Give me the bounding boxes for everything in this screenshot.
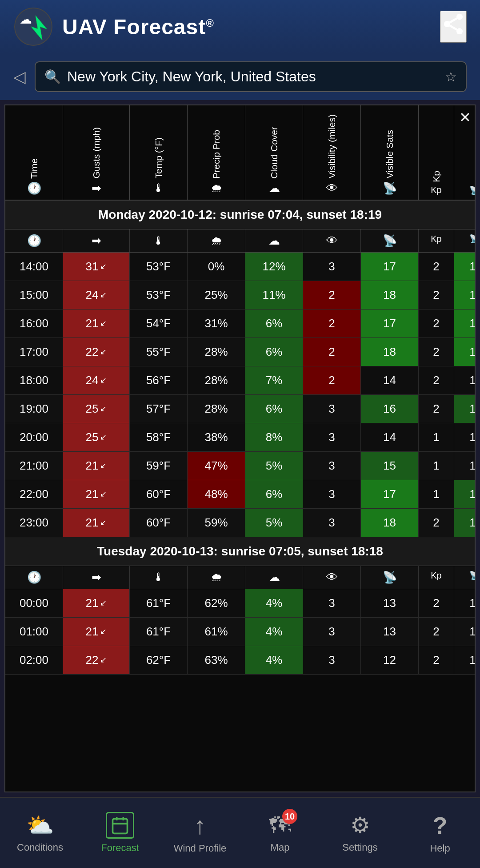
est-icon: 📡*Kp [469,185,476,195]
col-sats: Visible Sats 📡 [361,105,419,200]
svg-point-5 [456,28,463,34]
help-icon: ? [433,812,448,839]
svg-rect-8 [113,819,128,833]
table-row: 14:00 31 ↙ 53°F 0% 12% 3 17 2 16.6 no [5,253,475,281]
column-headers: Time 🕐 Gusts (mph) ➡ Temp (°F) 🌡 Precip … [5,105,475,201]
table-row: 22:00 21 ↙ 60°F 48% 6% 3 17 1 14.4 no [5,480,475,509]
col-time: Time 🕐 [5,105,63,200]
sub-headers-monday: 🕐 ➡ 🌡 🌧 ☁ 👁 📡 Kp 📡*Kp ✓ [5,229,475,253]
settings-icon: ⚙ [350,812,370,838]
search-container: 🔍 ☆ [35,61,467,92]
nav-settings[interactable]: ⚙ Settings [320,798,400,868]
day-header-monday: Monday 2020-10-12: sunrise 07:04, sunset… [5,201,475,229]
day-header-tuesday: Tuesday 2020-10-13: sunrise 07:05, sunse… [5,537,475,566]
svg-line-6 [450,26,457,30]
table-row: 20:00 25 ↙ 58°F 38% 8% 3 14 1 13.3 no [5,423,475,452]
search-bar: ◁ 🔍 ☆ [0,53,480,100]
forecast-icon [106,812,134,839]
cloud-icon: ☁ [268,181,280,195]
nav-map[interactable]: 🗺 10 Map [240,798,320,868]
settings-label: Settings [342,842,378,853]
gusts-icon: ➡ [92,181,101,195]
svg-point-3 [456,14,463,20]
header-left: ☁ UAV Forecast® [13,7,214,47]
col-kp: Kp Kp [419,105,454,200]
col-temp: Temp (°F) 🌡 [130,105,188,200]
wind-label: Wind Profile [174,843,227,854]
table-row: 23:00 21 ↙ 60°F 59% 5% 3 18 2 15.1 no [5,509,475,537]
favorite-icon[interactable]: ☆ [445,69,457,84]
app-logo: ☁ [13,7,53,47]
map-badge-container: 🗺 10 [269,812,291,838]
table-row: 19:00 25 ↙ 57°F 28% 6% 3 16 2 16.0 no [5,395,475,423]
svg-point-4 [444,21,450,27]
nav-wind-profile[interactable]: ↑ Wind Profile [160,798,240,868]
table-row: 18:00 24 ↙ 56°F 28% 7% 2 14 2 14.0 no [5,366,475,395]
table-row: 02:00 22 ↙ 62°F 63% 4% 3 12 2 10.5 no [5,646,475,675]
table-row: 21:00 21 ↙ 59°F 47% 5% 3 15 1 13.2 no [5,452,475,480]
time-icon: 🕐 [27,181,41,195]
nav-forecast[interactable]: Forecast [80,798,160,868]
kp-sub: Kp [419,229,454,252]
wind-icon: ↑ [194,812,206,839]
location-button[interactable]: ◁ [13,68,26,86]
app-header: ☁ UAV Forecast® [0,0,480,53]
kp-icon: Kp [431,185,441,195]
vis-icon: 👁 [326,181,338,195]
sats-icon: 📡 [383,181,397,195]
col-gusts: Gusts (mph) ➡ [63,105,130,200]
map-badge: 10 [282,809,297,824]
conditions-icon: ⛅ [26,812,54,838]
table-row: 00:00 21 ↙ 61°F 62% 4% 3 13 2 12.0 no [5,589,475,618]
share-button[interactable] [440,11,467,43]
map-label: Map [271,842,290,853]
temp-icon: 🌡 [153,181,164,195]
search-input[interactable] [67,68,439,85]
table-row: 15:00 24 ↙ 53°F 25% 11% 2 18 2 17.7 no [5,281,475,309]
forecast-label: Forecast [101,842,139,854]
forecast-table: Time 🕐 Gusts (mph) ➡ Temp (°F) 🌡 Precip … [4,104,476,792]
svg-text:☁: ☁ [20,12,32,26]
nav-conditions[interactable]: ⛅ Conditions [0,798,80,868]
bottom-navigation: ⛅ Conditions Forecast ↑ Wind Profile 🗺 1… [0,797,480,868]
table-row: 16:00 21 ↙ 54°F 31% 6% 2 17 2 16.9 no [5,309,475,338]
conditions-label: Conditions [17,842,63,853]
nav-help[interactable]: ? Help [400,798,480,868]
help-label: Help [430,843,450,854]
sub-headers-tuesday: 🕐 ➡ 🌡 🌧 ☁ 👁 📡 Kp 📡*Kp ✓ [5,566,475,589]
app-title: UAV Forecast® [62,15,214,39]
close-button[interactable]: ✕ [459,109,471,126]
svg-line-7 [450,18,457,22]
col-cloud: Cloud Cover ☁ [245,105,303,200]
search-icon: 🔍 [44,69,61,84]
table-row: 01:00 21 ↙ 61°F 61% 4% 3 13 2 11.6 no [5,618,475,646]
table-row: 17:00 22 ↙ 55°F 28% 6% 2 18 2 17.7 no [5,338,475,366]
col-vis: Visibility (miles) 👁 [303,105,361,200]
col-precip: Precip Prob 🌧 [188,105,245,200]
precip-icon: 🌧 [211,181,222,195]
